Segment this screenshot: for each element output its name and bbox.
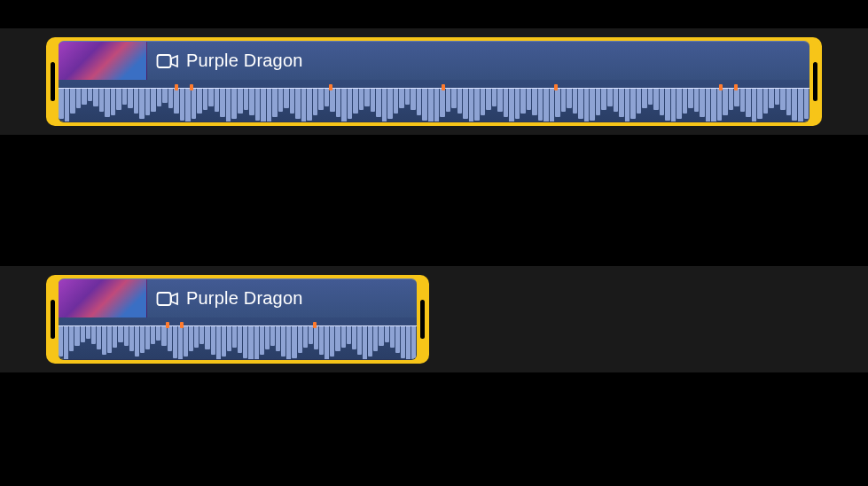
peak-marker-icon	[734, 84, 738, 90]
clip-audio-row[interactable]	[59, 80, 809, 122]
timeline-lane[interactable]: Purple Dragon	[0, 28, 868, 135]
peak-marker-icon	[166, 322, 169, 328]
peak-marker-icon	[190, 84, 193, 90]
peak-marker-icon	[554, 84, 558, 90]
clip-thumbnail	[59, 279, 147, 317]
timeline-lane[interactable]: Purple Dragon	[0, 266, 868, 372]
clip-title: Purple Dragon	[186, 51, 303, 71]
peak-marker-icon	[329, 84, 332, 90]
peak-marker-icon	[719, 84, 723, 90]
peak-marker-icon	[313, 322, 317, 328]
trim-handle-left-icon[interactable]	[51, 62, 55, 101]
svg-marker-3	[171, 294, 177, 304]
svg-rect-2	[158, 293, 171, 305]
clip-body[interactable]: Purple Dragon	[59, 278, 417, 360]
camera-icon	[156, 290, 179, 308]
peak-marker-icon	[175, 84, 178, 90]
trim-handle-left-icon[interactable]	[51, 300, 55, 339]
svg-marker-1	[171, 56, 177, 67]
trim-handle-right-icon[interactable]	[420, 300, 425, 339]
clip-video-row[interactable]: Purple Dragon	[59, 42, 809, 80]
camera-icon	[156, 52, 179, 70]
video-clip[interactable]: Purple Dragon	[46, 37, 822, 126]
audio-waveform	[59, 89, 809, 122]
clip-body[interactable]: Purple Dragon	[59, 41, 809, 122]
video-clip[interactable]: Purple Dragon	[46, 275, 429, 364]
clip-audio-row[interactable]	[59, 317, 417, 359]
peak-marker-icon	[442, 84, 445, 90]
clip-thumbnail	[59, 42, 147, 80]
audio-waveform	[59, 326, 417, 359]
clip-video-row[interactable]: Purple Dragon	[59, 279, 417, 317]
clip-title: Purple Dragon	[186, 288, 303, 309]
trim-handle-right-icon[interactable]	[813, 62, 817, 101]
svg-rect-0	[158, 55, 171, 67]
peak-marker-icon	[180, 322, 184, 328]
